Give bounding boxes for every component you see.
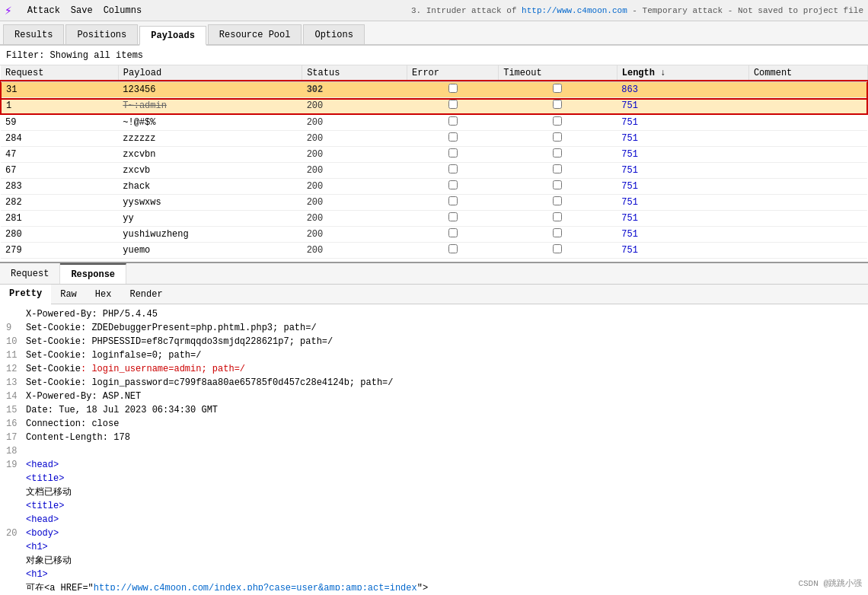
tab-positions[interactable]: Positions: [65, 24, 138, 44]
resp-tab-hex[interactable]: Hex: [86, 285, 121, 304]
resp-tab-pretty[interactable]: Pretty: [0, 285, 51, 304]
timeout-checkbox[interactable]: [553, 84, 562, 93]
tab-options[interactable]: Options: [303, 24, 364, 44]
error-checkbox[interactable]: [448, 116, 458, 126]
bottom-panel: Request Response Pretty Raw Hex Render X…: [0, 263, 868, 592]
table-cell[interactable]: [499, 147, 617, 163]
menu-columns[interactable]: Columns: [104, 5, 142, 16]
table-cell: 200: [302, 163, 407, 179]
line-number: [6, 568, 21, 581]
timeout-checkbox[interactable]: [553, 164, 562, 173]
table-cell[interactable]: [407, 163, 499, 179]
line-content: <title>: [26, 499, 862, 513]
tab-payloads[interactable]: Payloads: [139, 26, 206, 46]
error-checkbox[interactable]: [448, 244, 458, 253]
error-checkbox[interactable]: [448, 100, 458, 109]
attack-info: 3. Intruder attack of http://www.c4moon.…: [411, 6, 863, 15]
error-checkbox[interactable]: [448, 196, 458, 205]
tab-results[interactable]: Results: [3, 24, 64, 44]
resp-tab-raw[interactable]: Raw: [51, 285, 86, 304]
table-cell: [748, 147, 867, 163]
tab-response[interactable]: Response: [60, 263, 126, 284]
table-cell[interactable]: [407, 131, 499, 147]
table-row[interactable]: 59~!@#$%200751: [1, 114, 867, 131]
table-cell: [748, 114, 867, 131]
error-checkbox[interactable]: [448, 228, 458, 237]
col-status[interactable]: Status: [302, 65, 407, 81]
table-cell[interactable]: [499, 81, 617, 98]
table-row[interactable]: 282yyswxws200751: [1, 195, 867, 211]
error-checkbox[interactable]: [448, 180, 458, 189]
table-cell: 863: [617, 81, 748, 98]
col-length[interactable]: Length ↓: [617, 65, 748, 81]
line-content: Set-Cookie: PHPSESSID=ef8c7qrmqqdo3smjdq…: [26, 335, 862, 348]
table-row[interactable]: 279yuemo200751: [1, 243, 867, 259]
table-cell[interactable]: [499, 98, 617, 115]
col-payload[interactable]: Payload: [118, 65, 302, 81]
table-cell[interactable]: [407, 114, 499, 131]
table-row[interactable]: 47zxcvbn200751: [1, 147, 867, 163]
error-checkbox[interactable]: [448, 84, 458, 93]
timeout-checkbox[interactable]: [553, 196, 562, 205]
resp-tab-render[interactable]: Render: [120, 285, 171, 304]
tab-request[interactable]: Request: [0, 263, 60, 284]
table-cell[interactable]: [407, 243, 499, 259]
table-row[interactable]: 1T~:admin200751: [1, 98, 867, 115]
table-row[interactable]: 31123456302863: [1, 81, 867, 98]
table-row[interactable]: 67zxcvb200751: [1, 163, 867, 179]
table-cell[interactable]: [499, 211, 617, 227]
timeout-checkbox[interactable]: [553, 244, 562, 253]
code-line: 18: [6, 444, 862, 458]
timeout-checkbox[interactable]: [553, 228, 562, 237]
line-number: 14: [6, 390, 21, 403]
table-row[interactable]: 283zhack200751: [1, 179, 867, 195]
table-cell[interactable]: [499, 243, 617, 259]
col-comment[interactable]: Comment: [748, 65, 867, 81]
line-content: <title>: [26, 472, 862, 485]
table-cell[interactable]: [499, 163, 617, 179]
timeout-checkbox[interactable]: [553, 116, 562, 126]
timeout-checkbox[interactable]: [553, 148, 562, 158]
table-cell[interactable]: [499, 227, 617, 243]
table-row[interactable]: 281yy200751: [1, 211, 867, 227]
col-timeout[interactable]: Timeout: [499, 65, 617, 81]
table-cell: yuemo: [118, 243, 302, 259]
table-row[interactable]: 280yushiwuzheng200751: [1, 227, 867, 243]
code-line: 20<body>: [6, 527, 862, 540]
error-checkbox[interactable]: [448, 148, 458, 158]
table-cell: [748, 131, 867, 147]
table-cell[interactable]: [499, 114, 617, 131]
table-cell[interactable]: [407, 81, 499, 98]
table-cell: zzzzzz: [118, 131, 302, 147]
error-checkbox[interactable]: [448, 132, 458, 142]
tab-resource-pool[interactable]: Resource Pool: [208, 24, 302, 44]
table-cell[interactable]: [499, 195, 617, 211]
menu-save[interactable]: Save: [71, 5, 93, 16]
line-number: 12: [6, 362, 21, 376]
table-cell[interactable]: [499, 179, 617, 195]
table-cell: 67: [1, 163, 118, 179]
error-checkbox[interactable]: [448, 164, 458, 173]
table-cell: 200: [302, 98, 407, 115]
table-cell[interactable]: [499, 131, 617, 147]
col-error[interactable]: Error: [407, 65, 499, 81]
menu-attack[interactable]: Attack: [27, 5, 60, 16]
table-row[interactable]: 284zzzzzz200751: [1, 131, 867, 147]
table-cell[interactable]: [407, 147, 499, 163]
timeout-checkbox[interactable]: [553, 212, 562, 221]
table-cell[interactable]: [407, 227, 499, 243]
line-number: 15: [6, 403, 21, 417]
timeout-checkbox[interactable]: [553, 180, 562, 189]
table-cell[interactable]: [407, 98, 499, 115]
response-code-area: X-Powered-By: PHP/5.4.459Set-Cookie: ZDE…: [0, 304, 868, 590]
col-request[interactable]: Request: [1, 65, 118, 81]
error-checkbox[interactable]: [448, 212, 458, 221]
table-cell[interactable]: [407, 211, 499, 227]
table-cell[interactable]: [407, 179, 499, 195]
timeout-checkbox[interactable]: [553, 100, 562, 109]
results-table: Request Payload Status Error Timeout Len…: [0, 65, 868, 259]
timeout-checkbox[interactable]: [553, 132, 562, 142]
table-cell[interactable]: [407, 195, 499, 211]
attack-url[interactable]: http://www.c4moon.com: [522, 6, 627, 15]
line-content: X-Powered-By: ASP.NET: [26, 390, 862, 403]
